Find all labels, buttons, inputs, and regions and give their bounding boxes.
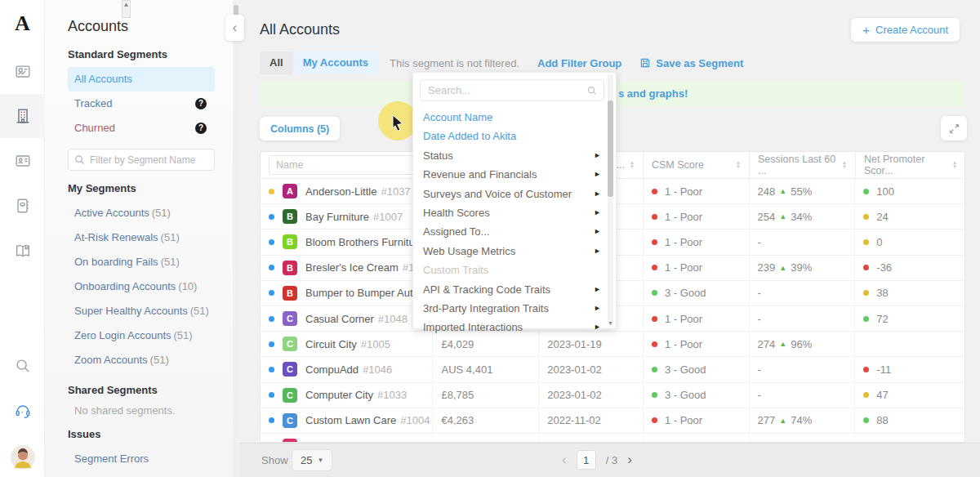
sort-icon[interactable]: ▲▼ [630,161,635,169]
segment-item[interactable]: Super Healthy Accounts(51) ? [68,299,215,323]
segment-item[interactable]: Segment Errors ? [68,447,215,471]
dropdown-item[interactable]: Revenue and Financials ► [413,165,616,184]
segment-item[interactable]: Zoom Accounts(51) ? [68,348,215,372]
submenu-arrow-icon: ► [594,222,601,241]
table-row[interactable]: C CompuAdd #1046 AUS 4,401 2023-01-02 3 … [261,357,964,382]
sort-icon[interactable]: ▲▼ [736,161,741,169]
standard-segments-list: All Accounts ? Tracked ? Churned ? [68,67,233,140]
column-header[interactable]: CSM Score ▲▼ [644,152,750,178]
dropdown-search-input[interactable] [420,79,604,101]
status-dot [269,341,274,347]
account-name: Circuit City [305,338,357,350]
expand-table-button[interactable] [941,116,967,140]
dropdown-item[interactable]: 3rd-Party Integration Traits ► [413,299,616,318]
account-badge: C [283,311,297,326]
segment-item[interactable]: Tracked ? [68,91,215,116]
add-filter-group-button[interactable]: Add Filter Group [537,57,621,69]
rail-notebook-icon[interactable] [0,184,45,228]
rail-scrollbar-fragment[interactable]: ▲ [122,0,131,18]
dashboard-icon [14,63,32,81]
banner-link[interactable]: s and graphs! [618,87,688,100]
rail-support-icon[interactable] [0,389,45,433]
standard-segments-heading: Standard Segments [68,48,233,60]
dropdown-item[interactable]: Status ► [413,146,616,165]
csm-dot [652,265,657,270]
rail-library-icon[interactable] [0,229,45,273]
columns-button[interactable]: Columns (5) [260,117,340,140]
dropdown-scrollbar[interactable]: ▼ [608,74,613,326]
sessions-cell: -▲ [750,306,856,331]
dropdown-search [420,79,604,101]
tab-my-accounts[interactable]: My Accounts [293,51,378,74]
date-cell: 2022-11-02 [539,408,644,433]
current-page[interactable]: 1 [577,450,596,470]
collapse-panel-button[interactable]: ‹ [225,15,244,41]
notebook-icon [14,197,32,215]
status-dot [269,265,274,270]
panel-title: Accounts [68,18,233,35]
csm-score-cell: 1 - Poor [644,179,750,203]
panel-scrollbar[interactable] [233,0,239,477]
segment-item[interactable]: At-Risk Renewals(51) ? [68,225,215,250]
dropdown-item[interactable]: API & Tracking Code Traits ► [413,280,616,299]
account-name: Bay Furniture [305,211,369,223]
rail-search-icon[interactable] [0,344,45,388]
sort-icon[interactable]: ▲▼ [952,161,957,169]
segment-item[interactable]: All Accounts ? [68,67,215,91]
dropdown-item[interactable]: Assigned To... ► [413,222,616,241]
help-icon[interactable]: ? [195,123,207,134]
nps-cell: 0 [855,230,964,254]
segment-filter-input[interactable] [68,149,215,171]
trend-up-icon: ▲ [779,212,786,221]
sessions-cell: 239▲39% [750,256,856,280]
page-size-select[interactable]: 25 ▼ [292,449,332,471]
user-avatar[interactable] [0,435,45,477]
sort-icon[interactable]: ▲▼ [842,161,847,169]
segment-item[interactable]: Zero Login Accounts(51) ? [68,323,215,348]
segment-item[interactable]: On boarding Fails(51) ? [68,250,215,274]
app-logo[interactable]: A [0,11,45,36]
dropdown-item[interactable]: Health Scores ► [413,203,616,222]
dropdown-item[interactable]: Date Added to Akita ► [413,127,616,145]
segment-item[interactable]: Onboarding Accounts(10) ? [68,274,215,299]
scroll-down-arrow[interactable]: ▼ [608,320,613,326]
create-account-button[interactable]: + Create Account [851,18,960,42]
value-cell: €4,263 [433,408,539,433]
tab-all[interactable]: All [260,51,293,74]
submenu-arrow-icon: ► [594,165,601,184]
table-row-partial[interactable] [261,434,964,443]
column-header[interactable]: Net Promoter Scor... ▲▼ [856,152,965,178]
dropdown-item[interactable]: Account Name ► [413,108,616,127]
date-cell: 2023-01-02 [539,357,644,381]
rail-accounts-icon[interactable] [0,94,45,138]
dropdown-scrollbar-thumb[interactable] [608,100,613,197]
next-page-button[interactable]: › [627,452,632,468]
dropdown-item[interactable]: Surveys and Voice of Customer ► [413,185,616,203]
segment-label: Zoom Accounts [74,354,148,366]
status-dot [269,214,274,220]
rail-dashboard-icon[interactable] [0,50,45,94]
table-row[interactable]: C Custom Lawn Care #1004 €4,263 2022-11-… [261,408,964,434]
rail-contacts-icon[interactable] [0,139,45,183]
submenu-arrow-icon: ► [594,185,601,203]
nps-cell: 88 [855,408,964,433]
help-icon[interactable]: ? [195,98,207,109]
submenu-arrow-icon: ► [594,299,601,318]
segment-label: Active Accounts [74,207,149,219]
column-header[interactable]: Sessions Last 60 ... ▲▼ [750,152,856,178]
pagination: ‹ 1 / 3 › [562,450,632,470]
save-as-segment-button[interactable]: Save as Segment [639,57,743,69]
csm-score-cell: 3 - Good [644,281,750,305]
icon-rail: A [0,0,45,477]
dropdown-item[interactable]: Imported Interactions ► [413,318,616,337]
segment-item[interactable]: Churned ? [68,116,215,140]
name-filter-input[interactable] [269,155,424,175]
dropdown-item[interactable]: Custom Traits ► [413,261,616,279]
dropdown-item[interactable]: Web Usage Metrics ► [413,242,616,261]
csm-score-cell: 3 - Good [644,357,750,381]
mouse-cursor [391,114,405,131]
prev-page-button[interactable]: ‹ [562,452,567,468]
table-row[interactable]: C Computer City #1033 £8,785 2023-01-02 … [261,383,964,408]
filter-hint-text: This segment is not filtered. [390,57,519,69]
segment-item[interactable]: Active Accounts(51) ? [68,201,215,225]
